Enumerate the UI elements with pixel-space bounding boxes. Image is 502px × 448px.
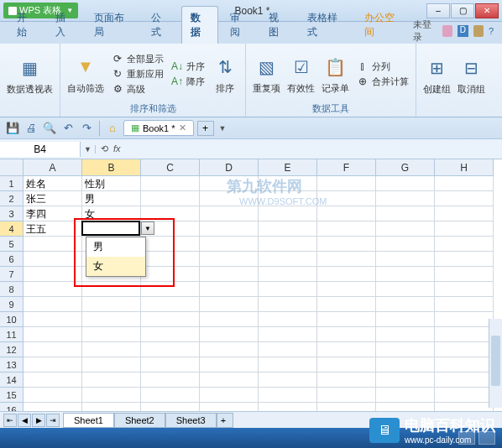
qat-home-icon[interactable]: ⌂ xyxy=(105,121,120,136)
cell-A1[interactable]: 姓名 xyxy=(24,176,82,191)
row-header-7[interactable]: 7 xyxy=(0,267,24,282)
col-header-B[interactable]: B xyxy=(82,159,141,176)
advanced-button[interactable]: ⚙高级 xyxy=(111,82,164,96)
group-label-empty xyxy=(7,103,53,115)
cell-A2[interactable]: 张三 xyxy=(24,191,82,206)
split-button[interactable]: ⫿分列 xyxy=(356,60,409,73)
menu-insert[interactable]: 插入 xyxy=(47,7,82,44)
dropdown-item-male[interactable]: 男 xyxy=(86,237,145,257)
row-header-14[interactable]: 14 xyxy=(0,372,24,388)
menu-pagelayout[interactable]: 页面布局 xyxy=(86,7,139,44)
row-header-13[interactable]: 13 xyxy=(0,357,24,372)
menu-tablestyle[interactable]: 表格样式 xyxy=(299,7,353,44)
active-cell-B4[interactable] xyxy=(81,221,140,236)
dropdown-button[interactable]: ▼ xyxy=(141,221,154,235)
sheet-nav-first[interactable]: ⇤ xyxy=(3,414,17,427)
cell-B3[interactable]: 女 xyxy=(82,206,141,221)
ungroup-button[interactable]: ⊟ 取消组 xyxy=(458,55,485,96)
row-header-5[interactable]: 5 xyxy=(0,237,24,252)
menu-workspace[interactable]: 办公空间 xyxy=(356,7,410,44)
column-headers: A B C D E F G H xyxy=(24,159,502,176)
sheet-tab-2[interactable]: Sheet2 xyxy=(114,413,165,428)
consolidate-button[interactable]: ⊕合并计算 xyxy=(356,75,409,88)
menu-start[interactable]: 开始 xyxy=(8,7,44,44)
row-header-2[interactable]: 2 xyxy=(0,191,24,206)
row-header-8[interactable]: 8 xyxy=(0,282,24,297)
tab-menu-arrow-icon[interactable]: ▼ xyxy=(219,124,227,133)
skin-icon[interactable] xyxy=(442,25,452,37)
login-text[interactable]: 未登录 xyxy=(413,18,437,44)
cell-A3[interactable]: 李四 xyxy=(24,206,82,221)
group-button[interactable]: ⊞ 创建组 xyxy=(423,55,451,96)
qat-undo-icon[interactable]: ↶ xyxy=(60,121,76,136)
qat-preview-icon[interactable]: 🔍 xyxy=(42,121,57,136)
dropdown-list: 男 女 xyxy=(86,237,146,277)
autofilter-button[interactable]: ▼ 自动筛选 xyxy=(67,54,104,95)
col-header-A[interactable]: A xyxy=(24,159,82,176)
menu-view[interactable]: 视图 xyxy=(260,7,295,44)
col-header-F[interactable]: F xyxy=(317,159,376,176)
sheet-nav-last[interactable]: ⇥ xyxy=(46,414,60,427)
minimize-button[interactable]: – xyxy=(426,3,450,18)
fb-cancel-icon[interactable]: ⟲ xyxy=(101,143,108,154)
select-all-corner[interactable] xyxy=(0,159,24,176)
showall-button[interactable]: ⟳全部显示 xyxy=(111,52,164,65)
scrollbar-thumb[interactable] xyxy=(491,336,500,386)
close-button[interactable]: ✕ xyxy=(475,3,499,18)
row-header-1[interactable]: 1 xyxy=(0,176,24,191)
ungroup-icon: ⊟ xyxy=(458,55,485,81)
pc-daily-logo-icon: 🖥 xyxy=(369,418,400,443)
ribbon-group-outline: ⊞ 创建组 ⊟ 取消组 xyxy=(416,44,492,117)
cell-B1[interactable]: 性别 xyxy=(82,176,141,191)
ribbon-group-pivot: ▦ 数据透视表 xyxy=(0,44,60,117)
form-button[interactable]: 📋 记录单 xyxy=(322,54,349,95)
row-header-6[interactable]: 6 xyxy=(0,252,24,267)
reapply-button[interactable]: ↻重新应用 xyxy=(111,67,164,81)
row-header-11[interactable]: 11 xyxy=(0,327,24,342)
row-header-10[interactable]: 10 xyxy=(0,312,24,327)
qat-print-icon[interactable]: 🖨 xyxy=(24,121,39,136)
qat-redo-icon[interactable]: ↷ xyxy=(79,121,94,136)
asc-button[interactable]: A↓升序 xyxy=(170,60,205,73)
cell-A4[interactable]: 王五 xyxy=(24,221,82,237)
col-header-E[interactable]: E xyxy=(259,159,317,176)
row-header-12[interactable]: 12 xyxy=(0,342,24,357)
sort-button[interactable]: ⇅ 排序 xyxy=(212,54,238,95)
col-header-G[interactable]: G xyxy=(376,159,435,176)
help-icon[interactable]: ? xyxy=(489,26,494,36)
sheet-nav-next[interactable]: ▶ xyxy=(32,414,45,427)
menu-review[interactable]: 审阅 xyxy=(222,7,257,44)
name-box-arrow-icon[interactable]: ▼ xyxy=(81,145,96,154)
col-header-H[interactable]: H xyxy=(435,159,494,176)
validity-button[interactable]: ☑ 有效性 xyxy=(287,54,315,95)
fx-icon[interactable]: fx xyxy=(113,143,121,154)
dropdown-item-female[interactable]: 女 xyxy=(86,257,145,276)
pivot-table-button[interactable]: ▦ 数据透视表 xyxy=(7,55,53,96)
desc-button[interactable]: A↑降序 xyxy=(170,75,205,88)
maximize-button[interactable]: ▢ xyxy=(451,3,474,18)
duplicates-button[interactable]: ▧ 重复项 xyxy=(253,54,280,95)
add-tab-button[interactable]: + xyxy=(197,121,214,136)
document-tab[interactable]: ▦ Book1 * ✕ xyxy=(123,120,194,136)
user-icon[interactable] xyxy=(473,25,484,37)
sheet-tab-1[interactable]: Sheet1 xyxy=(63,413,114,428)
sort-label: 排序 xyxy=(216,82,234,95)
menu-data[interactable]: 数据 xyxy=(181,6,218,44)
row-header-9[interactable]: 9 xyxy=(0,297,24,312)
row-header-15[interactable]: 15 xyxy=(0,388,24,403)
sheet-tab-3[interactable]: Sheet3 xyxy=(165,413,217,428)
cell-B2[interactable]: 男 xyxy=(82,191,141,206)
row-header-4[interactable]: 4 xyxy=(0,221,24,237)
vertical-scrollbar[interactable] xyxy=(489,319,502,408)
col-header-C[interactable]: C xyxy=(141,159,200,176)
sheet-nav-prev[interactable]: ◀ xyxy=(18,414,31,427)
row-header-3[interactable]: 3 xyxy=(0,206,24,221)
doc-tab-close-icon[interactable]: ✕ xyxy=(179,122,186,133)
desc-icon: A↑ xyxy=(170,75,184,88)
name-box[interactable]: B4 xyxy=(0,142,81,157)
qat-save-icon[interactable]: 💾 xyxy=(5,121,20,136)
menu-formula[interactable]: 公式 xyxy=(143,7,178,44)
d-icon[interactable]: D xyxy=(458,25,468,37)
col-header-D[interactable]: D xyxy=(200,159,259,176)
sheet-add-button[interactable]: + xyxy=(217,413,233,428)
